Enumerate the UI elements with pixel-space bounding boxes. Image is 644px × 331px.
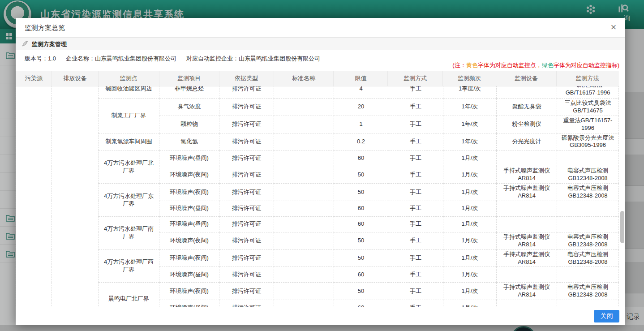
section-title: 监测方案管理	[32, 40, 67, 48]
screen: 山东省污染源监测信息共享系统 询 ▼	[0, 0, 644, 331]
monitor-mode-cell: 手工	[388, 300, 443, 307]
basis-type-cell: 排污许可证	[219, 267, 274, 283]
monitor-method-cell: 电容式声压检测 GB12348-2008	[557, 232, 619, 249]
monitor-item-cell: 氯化氢	[159, 133, 219, 150]
monitor-mode-cell: 手工	[388, 150, 443, 166]
monitor-frequency-cell: 1月/次	[443, 201, 497, 216]
basis-type-cell: 排污许可证	[219, 150, 274, 166]
monitor-device-cell: 粉尘检测仪	[497, 116, 557, 133]
monitor-item-cell: 环境噪声(昼间)	[159, 150, 219, 166]
monitor-item-cell: 非甲烷总烃	[159, 86, 219, 99]
monitor-point-cell: 4万方污水处理厂东厂界	[99, 184, 159, 217]
monitor-item-cell: 环境噪声(昼间)	[159, 300, 219, 307]
table-row: 碱回收油罐区周边非甲烷总烃排污许可证4手工1季度/次气相色谱法 GB/T1615…	[16, 86, 619, 99]
monitor-frequency-cell: 1月/次	[443, 232, 497, 249]
basis-type-cell: 排污许可证	[219, 166, 274, 184]
plan-table-body: 碱回收油罐区周边非甲烷总烃排污许可证4手工1季度/次气相色谱法 GB/T1615…	[16, 86, 619, 307]
monitor-frequency-cell: 1月/次	[443, 249, 497, 267]
basis-type-cell: 排污许可证	[219, 216, 274, 232]
monitor-mode-cell: 手工	[388, 116, 443, 133]
column-header: 监测设备	[496, 71, 557, 86]
limit-value-cell: 60	[334, 300, 388, 307]
monitor-method-cell: 硫氰酸汞分光光度法GB3095-1996	[557, 133, 619, 150]
monitor-device-cell: 分光光度计	[497, 133, 557, 150]
table-scrollbar-thumb[interactable]	[620, 211, 624, 243]
version-label: 版本号：1.0	[25, 55, 56, 62]
standard-name-cell	[274, 232, 334, 249]
monitor-frequency-cell: 1季度/次	[443, 86, 497, 99]
column-header: 监测方法	[557, 71, 618, 86]
column-header: 依据类型	[219, 71, 274, 86]
monitor-method-cell: 重量法GB/T16157-1996	[557, 116, 619, 133]
monitor-method-cell	[557, 150, 619, 166]
standard-name-cell	[274, 201, 334, 216]
monitor-method-cell: 电容式声压检测 GB12348-2008	[557, 283, 619, 300]
limit-value-cell: 60	[334, 201, 388, 216]
discharge-equipment-cell	[52, 86, 99, 307]
standard-name-cell	[274, 99, 334, 116]
section-header: 监测方案管理	[16, 38, 625, 50]
monitor-mode-cell: 手工	[388, 201, 443, 216]
column-header: 监测方式	[388, 71, 443, 86]
monitor-device-cell	[497, 86, 557, 99]
plan-table-body-viewport[interactable]: 碱回收油罐区周边非甲烷总烃排污许可证4手工1季度/次气相色谱法 GB/T1615…	[16, 86, 625, 307]
limit-value-cell: 50	[334, 184, 388, 201]
column-header: 监测项目	[159, 71, 219, 86]
basis-type-cell: 排污许可证	[219, 133, 274, 150]
monitor-method-cell	[557, 216, 619, 232]
column-header: 监测频次	[443, 71, 496, 86]
standard-name-cell	[274, 133, 334, 150]
basis-type-cell: 排污许可证	[219, 232, 274, 249]
limit-value-cell: 0.2	[334, 133, 388, 150]
standard-name-cell	[274, 150, 334, 166]
monitor-frequency-cell: 1月/次	[443, 300, 497, 307]
standard-name-cell	[274, 86, 334, 99]
modal-title: 监测方案总览	[25, 24, 65, 32]
monitor-item-cell: 环境噪声(夜间)	[159, 232, 219, 249]
monitor-frequency-cell: 1月/次	[443, 267, 497, 283]
monitor-point-cell: 制浆氯漂车间周围	[99, 133, 159, 150]
monitor-device-cell	[497, 267, 557, 283]
basis-type-cell: 排污许可证	[219, 184, 274, 201]
green-note-text: 绿色	[542, 62, 554, 69]
monitor-mode-cell: 手工	[388, 166, 443, 184]
monitor-point-cell: 4万方污水处理厂南厂界	[99, 216, 159, 249]
monitor-point-cell: 晨鸣电厂北厂界	[99, 283, 159, 307]
monitor-mode-cell: 手工	[388, 232, 443, 249]
table-row: 4万方污水处理厂东厂界环境噪声(夜间)排污许可证50手工1月/次手持式噪声监测仪…	[16, 184, 619, 201]
table-row: 制浆氯漂车间周围氯化氢排污许可证0.2手工1年/次分光光度计硫氰酸汞分光光度法G…	[16, 133, 619, 150]
monitor-method-cell: 电容式声压检测 GB12348-2008	[557, 249, 619, 267]
monitor-frequency-cell: 1月/次	[443, 216, 497, 232]
close-icon[interactable]: ×	[608, 21, 619, 33]
monitor-method-cell	[557, 267, 619, 283]
monitor-point-cell: 碱回收油罐区周边	[99, 86, 159, 99]
monitor-point-cell: 制浆工厂厂界	[99, 99, 159, 133]
monitor-item-cell: 环境噪声(昼间)	[159, 216, 219, 232]
basis-type-cell: 排污许可证	[219, 116, 274, 133]
basis-type-cell: 排污许可证	[219, 249, 274, 267]
monitor-item-cell: 环境噪声(夜间)	[159, 283, 219, 300]
monitor-device-cell	[497, 150, 557, 166]
standard-name-cell	[274, 249, 334, 267]
column-header: 污染源	[16, 71, 52, 86]
table-row: 4万方污水处理厂北厂界环境噪声(昼间)排污许可证60手工1月/次	[16, 150, 619, 166]
plan-table-zone: 污染源排放设备监测点监测项目依据类型标准名称限值监测方式监测频次监测设备监测方法…	[16, 71, 625, 307]
standard-name-cell	[274, 267, 334, 283]
limit-value-cell: 50	[334, 166, 388, 184]
limit-value-cell: 1	[334, 116, 388, 133]
column-header: 限值	[334, 71, 388, 86]
yellow-note-text: 黄色	[466, 62, 478, 69]
close-button[interactable]: 关闭	[594, 310, 619, 322]
monitor-device-cell	[497, 201, 557, 216]
monitor-frequency-cell: 1月/次	[443, 184, 497, 201]
monitor-device-cell: 手持式噪声监测仪 AR814	[497, 232, 557, 249]
monitor-mode-cell: 手工	[388, 283, 443, 300]
monitor-item-cell: 环境噪声(夜间)	[159, 166, 219, 184]
basis-type-cell: 排污许可证	[219, 99, 274, 116]
limit-value-cell: 50	[334, 283, 388, 300]
limit-value-cell: 50	[334, 249, 388, 267]
monitor-frequency-cell: 1年/次	[443, 99, 497, 116]
monitor-item-cell: 环境噪声(夜间)	[159, 249, 219, 267]
monitor-method-cell: 气相色谱法 GB/T16157-1996	[557, 86, 619, 99]
monitor-method-cell	[557, 300, 619, 307]
